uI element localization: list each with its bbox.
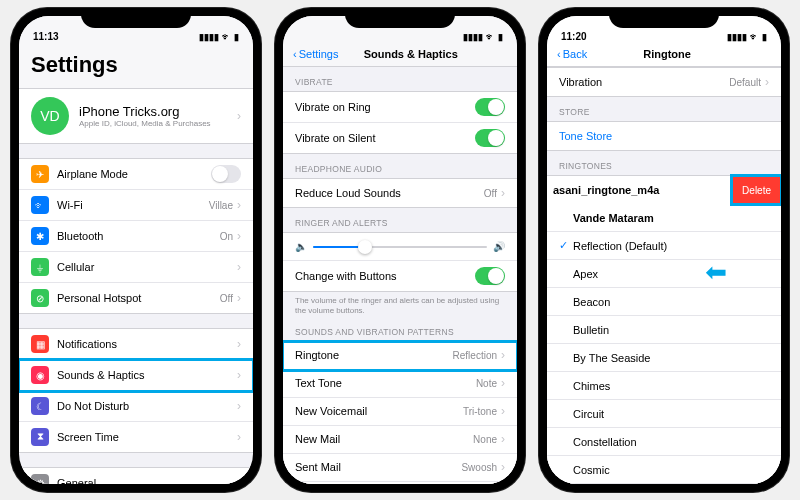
row-circuit[interactable]: Circuit	[547, 400, 781, 428]
wifi-icon: ᯤ	[222, 32, 231, 42]
row-new-mail[interactable]: New Mail None ›	[283, 426, 517, 454]
phone-sounds-haptics: ▮▮▮▮ ᯤ ▮ ‹ Settings Sounds & Haptics Vib…	[275, 8, 525, 492]
row-calendar-alerts[interactable]: Calendar Alerts ›	[283, 482, 517, 484]
toggle[interactable]	[211, 165, 241, 183]
row-label: asani_ringtone_m4a	[553, 184, 720, 196]
notch	[81, 8, 191, 28]
battery-icon: ▮	[498, 32, 503, 42]
notch	[345, 8, 455, 28]
group-general: ⚙ General ›⊜ Control Center ›	[19, 467, 253, 484]
row-icon: ☾	[31, 397, 49, 415]
check-icon: ✓	[559, 239, 573, 252]
row-do-not-disturb[interactable]: ☾ Do Not Disturb ›	[19, 391, 253, 422]
row-value: Swoosh	[461, 462, 497, 473]
row-by-the-seaside[interactable]: By The Seaside	[547, 344, 781, 372]
screen: ▮▮▮▮ ᯤ ▮ ‹ Settings Sounds & Haptics Vib…	[283, 16, 517, 484]
row-icon: ⧗	[31, 428, 49, 446]
row-bulletin[interactable]: Bulletin	[547, 316, 781, 344]
row-constellation[interactable]: Constellation	[547, 428, 781, 456]
toggle[interactable]	[475, 267, 505, 285]
row-vibrate-on-silent[interactable]: Vibrate on Silent	[283, 123, 517, 153]
toggle[interactable]	[475, 98, 505, 116]
row-reduce-loud-sounds[interactable]: Reduce Loud Sounds Off ›	[283, 179, 517, 207]
row-value: Villae	[209, 200, 233, 211]
row-airplane-mode[interactable]: ✈ Airplane Mode	[19, 159, 253, 190]
row-ringtone[interactable]: Ringtone Reflection ›	[283, 342, 517, 370]
avatar: VD	[31, 97, 69, 135]
status-time: 11:13	[33, 31, 59, 42]
profile-sub: Apple ID, iCloud, Media & Purchases	[79, 119, 227, 128]
group-store: Tone Store	[547, 121, 781, 151]
row-label: Vibrate on Silent	[295, 132, 475, 144]
row-cosmic[interactable]: Cosmic	[547, 456, 781, 484]
volume-slider[interactable]	[313, 246, 487, 248]
row-label: Vibration	[559, 76, 729, 88]
delete-button[interactable]: Delete	[732, 176, 781, 204]
row-value: Off	[484, 188, 497, 199]
row-vibration[interactable]: Vibration Default ›	[547, 68, 781, 96]
row-tone-store[interactable]: Tone Store	[547, 122, 781, 150]
row-sent-mail[interactable]: Sent Mail Swoosh ›	[283, 454, 517, 482]
chevron-right-icon: ›	[237, 260, 241, 274]
screen: 11:20 ▮▮▮▮ ᯤ ▮ ‹ Back Ringtone Vibration…	[547, 16, 781, 484]
chevron-right-icon: ›	[501, 186, 505, 200]
group-ringer: 🔈 🔊 Change with Buttons	[283, 232, 517, 292]
row-label: Apex	[573, 268, 769, 280]
nav-bar: ‹ Back Ringtone	[547, 44, 781, 67]
signal-icon: ▮▮▮▮	[199, 32, 219, 42]
phone-ringtone: 11:20 ▮▮▮▮ ᯤ ▮ ‹ Back Ringtone Vibration…	[539, 8, 789, 492]
row-apex[interactable]: Apex	[547, 260, 781, 288]
section-ringtones: Ringtones	[547, 151, 781, 175]
swiped-row[interactable]: asani_ringtone_m4a Delete	[547, 176, 781, 204]
chevron-right-icon: ›	[501, 376, 505, 390]
row-personal-hotspot[interactable]: ⊘ Personal HotspotOff ›	[19, 283, 253, 313]
row-beacon[interactable]: Beacon	[547, 288, 781, 316]
signal-icon: ▮▮▮▮	[727, 32, 747, 42]
row-label: Vibrate on Ring	[295, 101, 475, 113]
chevron-right-icon: ›	[237, 198, 241, 212]
row-icon: ⚙	[31, 474, 49, 484]
row-label: Personal Hotspot	[57, 292, 220, 304]
row-new-voicemail[interactable]: New Voicemail Tri-tone ›	[283, 398, 517, 426]
section-ringer: Ringer and Alerts	[283, 208, 517, 232]
page-title: Settings	[19, 44, 253, 88]
row-screen-time[interactable]: ⧗ Screen Time ›	[19, 422, 253, 452]
group-vibrate: Vibrate on Ring Vibrate on Silent	[283, 91, 517, 154]
row-value: Default	[729, 77, 761, 88]
back-button[interactable]: ‹ Back	[557, 48, 587, 60]
row-label: Text Tone	[295, 377, 476, 389]
row-label: General	[57, 477, 233, 484]
group-notifications: ▦ Notifications ›◉ Sounds & Haptics ›☾ D…	[19, 328, 253, 453]
volume-slider-row[interactable]: 🔈 🔊	[283, 233, 517, 261]
row-cellular[interactable]: ⏚ Cellular ›	[19, 252, 253, 283]
row-label: Sent Mail	[295, 461, 461, 473]
back-button[interactable]: ‹ Settings	[293, 48, 338, 60]
row-label: Reduce Loud Sounds	[295, 187, 484, 199]
volume-high-icon: 🔊	[493, 241, 505, 252]
section-patterns: Sounds and Vibration Patterns	[283, 317, 517, 341]
row-general[interactable]: ⚙ General ›	[19, 468, 253, 484]
row-vande-mataram[interactable]: Vande Mataram	[547, 204, 781, 232]
row-value: Reflection	[453, 350, 497, 361]
row-label: New Voicemail	[295, 405, 463, 417]
row-reflection-default-[interactable]: ✓ Reflection (Default)	[547, 232, 781, 260]
status-icons: ▮▮▮▮ ᯤ ▮	[463, 32, 503, 42]
apple-id-row[interactable]: VD iPhone Tricks.org Apple ID, iCloud, M…	[19, 88, 253, 144]
row-notifications[interactable]: ▦ Notifications ›	[19, 329, 253, 360]
row-label: Screen Time	[57, 431, 233, 443]
group-vibration: Vibration Default ›	[547, 67, 781, 97]
row-chimes[interactable]: Chimes	[547, 372, 781, 400]
row-bluetooth[interactable]: ✱ BluetoothOn ›	[19, 221, 253, 252]
row-label: Airplane Mode	[57, 168, 211, 180]
chevron-right-icon: ›	[237, 368, 241, 382]
row-wi-fi[interactable]: ᯤ Wi-FiVillae ›	[19, 190, 253, 221]
toggle[interactable]	[475, 129, 505, 147]
row-vibrate-on-ring[interactable]: Vibrate on Ring	[283, 92, 517, 123]
nav-bar: ‹ Settings Sounds & Haptics	[283, 44, 517, 67]
row-icon: ✱	[31, 227, 49, 245]
row-sounds-haptics[interactable]: ◉ Sounds & Haptics ›	[19, 360, 253, 391]
battery-icon: ▮	[762, 32, 767, 42]
chevron-left-icon: ‹	[557, 48, 561, 60]
row-text-tone[interactable]: Text Tone Note ›	[283, 370, 517, 398]
row-change-with-buttons[interactable]: Change with Buttons	[283, 261, 517, 291]
